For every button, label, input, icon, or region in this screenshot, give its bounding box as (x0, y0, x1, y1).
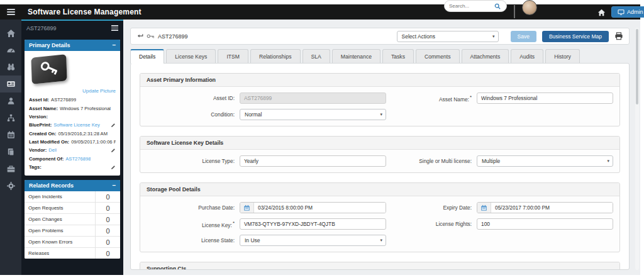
primary-details-title: Primary Details (29, 42, 70, 48)
condition-select[interactable]: Normal ▾ (240, 109, 386, 120)
rail-asset-card-icon[interactable] (0, 76, 21, 92)
rail-settings-icon[interactable] (0, 177, 21, 194)
tab-bar: Details License Keys ITSM Relationships … (130, 49, 580, 63)
tab-comments[interactable]: Comments (416, 49, 460, 63)
rail-users-icon[interactable] (0, 92, 21, 109)
panel-menu-icon[interactable] (111, 25, 118, 30)
license-type-input[interactable] (240, 155, 386, 167)
admin-button[interactable]: Admin (611, 6, 644, 18)
tab-itsm[interactable]: ITSM (218, 49, 248, 63)
related-records-card: Related Records – Open Incidents 0 Open … (25, 180, 120, 259)
related-record-row: Open Requests 0 (25, 203, 120, 214)
home-icon[interactable] (597, 8, 606, 19)
related-record-row: Open Changes 0 (25, 214, 120, 225)
license-rights-input[interactable] (477, 218, 613, 230)
open-problems-count: 0 (95, 225, 120, 236)
back-icon[interactable] (136, 33, 143, 39)
license-key-input[interactable] (240, 218, 386, 230)
related-record-row: Open Incidents 0 (25, 191, 120, 203)
scrollbar-thumb[interactable] (636, 29, 638, 104)
print-icon[interactable] (614, 32, 623, 40)
topbar-divider (514, 5, 515, 18)
update-picture-link[interactable]: Update Picture (82, 88, 116, 94)
asset-picture (31, 54, 67, 84)
open-changes-count: 0 (95, 214, 120, 225)
search-input[interactable] (449, 3, 494, 9)
collapse-icon[interactable]: – (112, 184, 116, 188)
license-key-label: License Key:* (147, 220, 235, 228)
section-title: Asset Primary Information (140, 74, 619, 87)
asset-picture-area: Update Picture (29, 55, 116, 94)
tab-relationships[interactable]: Relationships (250, 49, 301, 63)
tab-sla[interactable]: SLA (303, 49, 330, 63)
left-panel-header: AST276899 (21, 20, 123, 35)
top-navbar: Software License Management Admin (0, 4, 640, 20)
multi-license-select[interactable]: Multiple ▾ (477, 155, 613, 167)
rail-search-assets-icon[interactable] (0, 59, 21, 76)
tab-attachments[interactable]: Attachments (462, 49, 509, 63)
tab-tasks[interactable]: Tasks (382, 49, 414, 63)
storage-pool-details-section: Storage Pool Details Purchase Date: Expi… (140, 182, 620, 252)
component-of-link[interactable]: AST276898 (65, 156, 91, 162)
chevron-down-icon: ▾ (380, 238, 382, 243)
calendar-icon[interactable] (477, 203, 491, 213)
condition-label: Condition: (147, 111, 235, 118)
supporting-cis-section: Supporting CIs Microsoft Windows 7 Profe… (140, 262, 620, 270)
edit-icon[interactable] (111, 165, 116, 170)
rail-home-icon[interactable] (0, 25, 21, 42)
expiry-date-field (477, 202, 613, 213)
rail-org-chart-icon[interactable] (0, 109, 21, 126)
open-requests-link[interactable]: Open Requests (25, 203, 95, 213)
open-known-errors-count: 0 (95, 237, 120, 247)
left-panel: AST276899 Primary Details – Update Pictu… (21, 20, 123, 275)
related-record-row: Open Known Errors 0 (25, 237, 120, 248)
license-rights-label: License Rights: (391, 221, 472, 227)
tab-audits[interactable]: Audits (511, 49, 543, 63)
related-records-title: Related Records (29, 182, 74, 189)
calendar-icon[interactable] (240, 203, 254, 213)
vendor-link[interactable]: Dell (48, 147, 57, 153)
user-avatar[interactable] (522, 0, 537, 15)
asset-primary-information-section: Asset Primary Information Asset ID: Asse… (140, 73, 620, 126)
field-asset-name: Asset Name: Windows 7 Professional (29, 104, 116, 112)
license-type-label: License Type: (147, 158, 235, 164)
edit-icon[interactable] (111, 148, 116, 153)
select-actions-dropdown[interactable]: Select Actions ▾ (397, 31, 499, 42)
tab-maintenance[interactable]: Maintenance (332, 49, 380, 63)
rail-briefcase-icon[interactable] (0, 160, 21, 177)
collapse-icon[interactable]: – (112, 43, 116, 47)
edit-icon[interactable] (111, 123, 116, 128)
license-state-select[interactable]: In Use ▾ (240, 235, 386, 246)
tab-license-keys[interactable]: License Keys (166, 49, 216, 63)
asset-name-input[interactable] (477, 92, 613, 104)
key-icon (147, 33, 155, 39)
field-vendor: Vendor: Dell (29, 146, 116, 154)
section-title: Software License Key Details (140, 137, 619, 150)
rail-documents-icon[interactable] (0, 143, 21, 160)
purchase-date-input[interactable] (254, 203, 386, 213)
tab-history[interactable]: History (545, 49, 580, 63)
global-search[interactable] (444, 0, 507, 12)
business-service-map-button[interactable]: Business Service Map (542, 31, 609, 42)
multi-license-value: Multiple (482, 158, 500, 164)
menu-icon[interactable] (0, 4, 21, 20)
expiry-date-label: Expiry Date: (391, 204, 472, 211)
open-changes-link[interactable]: Open Changes (25, 214, 95, 225)
asset-id-label: Asset ID: (147, 95, 235, 101)
open-problems-link[interactable]: Open Problems (25, 225, 95, 236)
releases-link[interactable]: Releases (25, 248, 95, 259)
scrollbar[interactable] (635, 28, 639, 270)
primary-details-header: Primary Details – (25, 40, 120, 51)
rail-calendar-icon[interactable] (0, 126, 21, 143)
open-incidents-link[interactable]: Open Incidents (25, 191, 95, 202)
asset-name-label: Asset Name:* (391, 94, 472, 103)
tab-details[interactable]: Details (130, 49, 164, 64)
open-known-errors-link[interactable]: Open Known Errors (25, 237, 95, 247)
save-button[interactable]: Save (511, 31, 536, 42)
rail-dashboard-icon[interactable] (0, 42, 21, 59)
software-license-key-details-section: Software License Key Details License Typ… (140, 136, 620, 173)
search-icon[interactable] (494, 3, 501, 9)
record-id: AST276899 (158, 33, 188, 40)
blueprint-link[interactable]: Software License Key (53, 122, 99, 128)
expiry-date-input[interactable] (491, 203, 613, 213)
